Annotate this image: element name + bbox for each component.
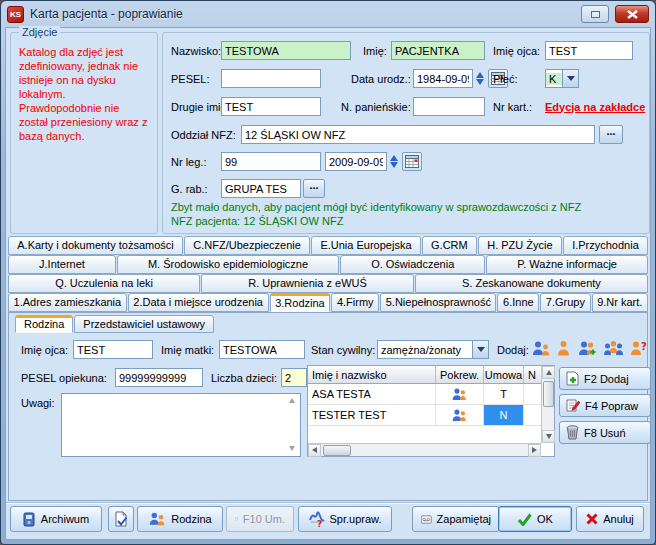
zapamietaj-button[interactable]: Zapamiętaj — [412, 506, 500, 532]
add-unknown-person-button[interactable]: ? — [629, 340, 648, 357]
rodzina-button[interactable]: Rodzina — [137, 506, 223, 532]
liczba-dzieci-input[interactable] — [281, 368, 307, 387]
tab-unia-europejska[interactable]: E.Unia Europejska — [311, 236, 421, 255]
tab-srodowisko[interactable]: M. Środowisko epidemiologiczne — [117, 255, 339, 274]
tab-zeskanowane[interactable]: S. Zeskanowane dokumenty — [415, 274, 648, 293]
spr-upraw-button[interactable]: ? Spr.upraw. — [298, 506, 392, 532]
rodzina-imie-ojca-input[interactable] — [73, 340, 153, 359]
dodaj-label: Dodaj: — [497, 340, 529, 359]
ok-button[interactable]: OK — [498, 506, 572, 532]
tab-inne[interactable]: 6.Inne — [497, 293, 539, 312]
anuluj-button[interactable]: Anuluj — [576, 506, 644, 532]
table-hscrollbar[interactable] — [308, 443, 541, 456]
tab-internet[interactable]: J.Internet — [8, 255, 116, 274]
tab-nfz-ubezpieczenie[interactable]: C.NFZ/Ubezpieczenie — [184, 236, 310, 255]
edit-icon — [566, 398, 580, 413]
titlebar[interactable]: KS Karta pacjenta - poprawianie — [1, 1, 655, 27]
f8-usun-label: F8 Usuń — [584, 427, 626, 439]
hscroll-thumb[interactable] — [323, 445, 351, 456]
spin-up-icon — [476, 72, 484, 78]
f10-um-button[interactable]: F10 Um. — [226, 506, 294, 532]
subtab-rodzina[interactable]: Rodzina — [15, 315, 73, 333]
tab-firmy[interactable]: 4.Firmy — [331, 293, 379, 312]
nr-leg-input[interactable] — [221, 152, 321, 171]
imie-input[interactable] — [391, 41, 485, 60]
nr-leg-date-spinner[interactable] — [388, 152, 400, 171]
n-panienskie-input[interactable] — [413, 97, 485, 116]
documents-icon — [235, 512, 238, 526]
scroll-down-button[interactable] — [542, 430, 555, 443]
f8-usun-button[interactable]: F8 Usuń — [559, 421, 651, 444]
tab-ewus[interactable]: R. Uprawnienia z eWUŚ — [201, 274, 414, 293]
tab-adres[interactable]: 1.Adres zamieszkania — [8, 293, 127, 312]
imie-ojca-input[interactable] — [545, 41, 633, 60]
window-title: Karta pacjenta - poprawianie — [30, 7, 575, 21]
textarea-scroll-down-icon[interactable] — [289, 446, 295, 451]
vscroll-thumb[interactable] — [543, 381, 554, 407]
col-header-umowa[interactable]: Umowa — [484, 366, 524, 383]
nr-leg-date-input[interactable] — [325, 152, 387, 171]
add-parent-child-button[interactable] — [531, 340, 551, 357]
imie-matki-input[interactable] — [219, 340, 305, 359]
pesel-input[interactable] — [221, 69, 321, 88]
archiwum-button[interactable]: Archiwum — [10, 506, 102, 532]
ellipsis-icon: ... — [309, 180, 318, 190]
tab-wazne-informacje[interactable]: P. Ważne informacje — [486, 255, 648, 274]
scroll-right-button[interactable] — [528, 444, 541, 457]
tab-oswiadczenia[interactable]: O. Oświadczenia — [340, 255, 485, 274]
tab-pzu-zycie[interactable]: H. PZU Życie — [478, 236, 562, 255]
calendar-icon — [405, 155, 419, 168]
plec-dropdown-button[interactable] — [562, 70, 578, 87]
nazwisko-input[interactable] — [221, 41, 351, 60]
add-person-button[interactable] — [557, 340, 570, 357]
verify-document-button[interactable] — [108, 506, 134, 532]
family-icon — [148, 511, 166, 527]
table-row[interactable]: TESTER TEST N — [308, 405, 541, 426]
tab-grupy[interactable]: 7.Grupy — [540, 293, 590, 312]
table-row[interactable]: ASA TESTA T — [308, 384, 541, 405]
tab-crm[interactable]: G.CRM — [422, 236, 477, 255]
f2-dodaj-button[interactable]: F2 Dodaj — [559, 367, 651, 390]
stan-cywilny-dropdown-button[interactable] — [472, 341, 488, 358]
pesel-opiekuna-input[interactable] — [115, 368, 203, 387]
tab-przychodnia[interactable]: I.Przychodnia — [563, 236, 648, 255]
add-group-button[interactable] — [603, 340, 624, 357]
scroll-up-button[interactable] — [542, 366, 555, 379]
data-urodz-input[interactable] — [413, 69, 473, 88]
tab-niepelnosprawnosc[interactable]: 5.Niepełnosprawność — [380, 293, 496, 312]
tab-row-3: Q. Uczulenia na leki R. Uprawnienia z eW… — [8, 274, 648, 293]
scroll-left-button[interactable] — [308, 444, 321, 457]
tab-rodzina[interactable]: 3.Rodzina — [270, 293, 331, 312]
subtab-przedstawiciel[interactable]: Przedstawiciel ustawowy — [74, 315, 214, 333]
family-table: Imię i nazwisko Pokrew. Umowa N ASA TEST… — [307, 365, 555, 457]
check-icon — [517, 513, 532, 526]
g-rab-browse-button[interactable]: ... — [303, 179, 325, 198]
tab-nr-kart[interactable]: 9.Nr kart. — [592, 293, 648, 312]
uwagi-textarea[interactable] — [61, 393, 301, 457]
oddzial-nfz-browse-button[interactable]: ... — [599, 125, 623, 144]
tab-data-miejsce[interactable]: 2.Data i miejsce urodzenia — [128, 293, 269, 312]
textarea-scroll-up-icon[interactable] — [289, 398, 295, 403]
g-rab-label: G. rab.: — [171, 179, 208, 198]
col-header-imie-nazwisko[interactable]: Imię i nazwisko — [308, 366, 436, 383]
nr-kart-edit-link[interactable]: Edycja na zakładce — [545, 97, 645, 116]
tab-uczulenia[interactable]: Q. Uczulenia na leki — [8, 274, 200, 293]
oddzial-nfz-input[interactable] — [241, 125, 595, 144]
col-header-pokrew[interactable]: Pokrew. — [436, 366, 484, 383]
family-relation-icon — [451, 387, 468, 402]
data-urodz-spinner[interactable] — [474, 69, 486, 88]
document-check-icon — [114, 511, 128, 527]
drugie-imie-input[interactable] — [221, 97, 321, 116]
g-rab-input[interactable] — [221, 179, 301, 198]
stan-cywilny-label: Stan cywilny: — [311, 340, 375, 359]
table-vscrollbar[interactable] — [541, 366, 554, 443]
add-family-member-button[interactable] — [577, 340, 597, 357]
close-button[interactable] — [615, 5, 649, 23]
nr-leg-calendar-button[interactable] — [402, 152, 422, 171]
col-header-n[interactable]: N — [524, 366, 541, 383]
plec-combo[interactable]: K — [545, 69, 579, 88]
window-restore-button[interactable] — [581, 5, 609, 23]
f4-popraw-button[interactable]: F4 Popraw — [559, 394, 651, 417]
stan-cywilny-combo[interactable]: zamężna/żonaty — [377, 340, 489, 359]
tab-karty-dokumenty[interactable]: A.Karty i dokumenty tożsamości — [8, 236, 183, 255]
